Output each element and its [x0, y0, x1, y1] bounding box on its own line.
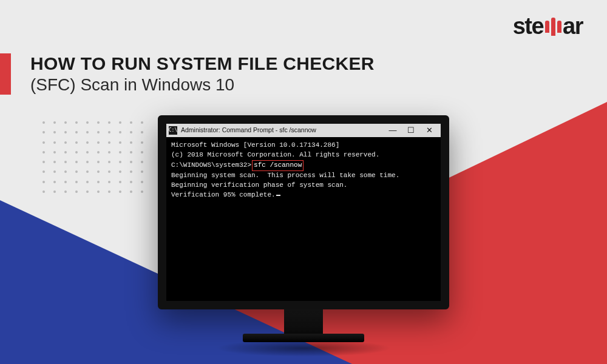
monitor-screen: C:\ Administrator: Command Prompt - sfc …: [158, 115, 449, 309]
cmd-prompt-line: C:\WINDOWS\system32> sfc /scannow: [171, 160, 436, 171]
stellar-logo: ste ar: [513, 13, 583, 39]
window-controls: — ☐ ✕: [384, 124, 438, 137]
logo-bars-icon: [544, 18, 562, 36]
cmd-command-highlight: sfc /scannow: [252, 160, 304, 171]
cmd-cursor-icon: [276, 195, 280, 196]
cmd-line-copyright: (c) 2018 Microsoft Corporation. All righ…: [171, 150, 436, 160]
cmd-body: Microsoft Windows [Version 10.0.17134.28…: [166, 137, 441, 258]
cmd-line-begin: Beginning system scan. This process will…: [171, 171, 436, 181]
cmd-line-verify2: Verification 95% complete.: [171, 190, 276, 200]
cmd-line-verify1: Beginning verification phase of system s…: [171, 181, 436, 190]
monitor-stand-neck: [284, 309, 323, 334]
cmd-prompt: C:\WINDOWS\system32>: [171, 161, 251, 170]
cmd-line-version: Microsoft Windows [Version 10.0.17134.28…: [171, 141, 436, 150]
cmd-window-title: Administrator: Command Prompt - sfc /sca…: [181, 126, 316, 135]
title-accent-bar: [0, 53, 11, 95]
logo-text-pre: ste: [513, 13, 543, 39]
command-prompt-window: C:\ Administrator: Command Prompt - sfc …: [166, 124, 441, 258]
title-block: HOW TO RUN SYSTEM FILE CHECKER (SFC) Sca…: [0, 53, 375, 95]
cmd-titlebar: C:\ Administrator: Command Prompt - sfc …: [166, 124, 441, 137]
close-button[interactable]: ✕: [420, 124, 438, 137]
logo-text-post: ar: [563, 13, 583, 39]
decorative-dot-grid: [42, 121, 152, 200]
monitor-shadow: [215, 340, 392, 357]
monitor-illustration: C:\ Administrator: Command Prompt - sfc …: [158, 115, 449, 357]
page-title-line1: HOW TO RUN SYSTEM FILE CHECKER: [30, 53, 375, 74]
cmd-icon: C:\: [169, 126, 177, 135]
cmd-line-verify2-wrap: Verification 95% complete.: [171, 190, 436, 200]
page-title-line2: (SFC) Scan in Windows 10: [30, 75, 375, 95]
minimize-button[interactable]: —: [384, 124, 402, 137]
maximize-button[interactable]: ☐: [402, 124, 420, 137]
